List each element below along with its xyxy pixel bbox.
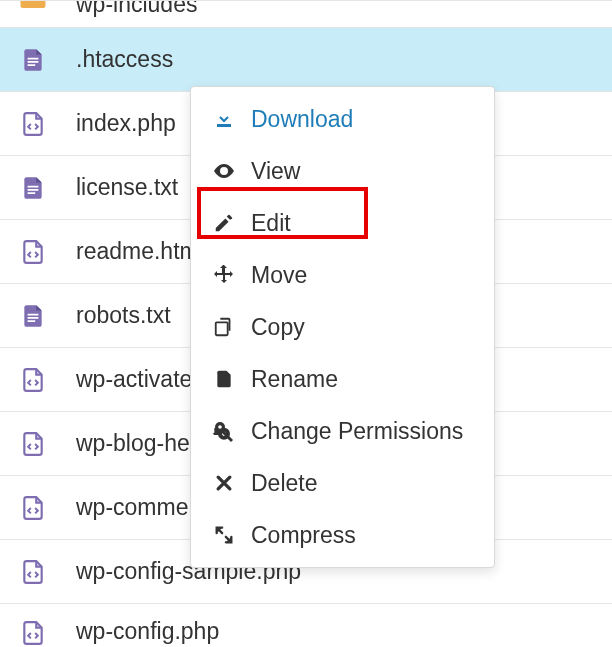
file-name: index.php — [76, 110, 176, 137]
menu-move[interactable]: Move — [191, 249, 494, 301]
code-file-icon — [18, 618, 48, 647]
menu-edit[interactable]: Edit — [191, 197, 494, 249]
menu-label: Change Permissions — [251, 418, 463, 445]
pencil-icon — [211, 210, 237, 236]
code-file-icon — [18, 237, 48, 267]
file-name: wp-includes — [76, 0, 197, 18]
move-icon — [211, 262, 237, 288]
menu-compress[interactable]: Compress — [191, 509, 494, 561]
file-name: license.txt — [76, 174, 178, 201]
document-icon — [18, 301, 48, 331]
file-name: .htaccess — [76, 46, 173, 73]
file-name: wp-config.php — [76, 618, 219, 645]
file-icon — [211, 366, 237, 392]
code-file-icon — [18, 557, 48, 587]
menu-permissions[interactable]: Change Permissions — [191, 405, 494, 457]
menu-label: Download — [251, 106, 353, 133]
download-icon — [211, 106, 237, 132]
file-row[interactable]: wp-includes — [0, 0, 612, 28]
code-file-icon — [18, 493, 48, 523]
menu-view[interactable]: View — [191, 145, 494, 197]
menu-delete[interactable]: Delete — [191, 457, 494, 509]
menu-label: Rename — [251, 366, 338, 393]
file-name: robots.txt — [76, 302, 171, 329]
context-menu: Download View Edit Move Copy Rename Chan… — [190, 86, 495, 568]
file-row[interactable]: .htaccess — [0, 28, 612, 92]
menu-label: Move — [251, 262, 307, 289]
menu-download[interactable]: Download — [191, 93, 494, 145]
document-icon — [18, 45, 48, 75]
delete-icon — [211, 470, 237, 496]
menu-label: Copy — [251, 314, 305, 341]
file-name: readme.html — [76, 238, 204, 265]
copy-icon — [211, 314, 237, 340]
file-row[interactable]: wp-config.php — [0, 604, 612, 647]
code-file-icon — [18, 109, 48, 139]
eye-icon — [211, 158, 237, 184]
document-icon — [18, 173, 48, 203]
code-file-icon — [18, 365, 48, 395]
compress-icon — [211, 522, 237, 548]
menu-label: Compress — [251, 522, 356, 549]
folder-icon — [18, 0, 48, 13]
menu-copy[interactable]: Copy — [191, 301, 494, 353]
menu-label: View — [251, 158, 300, 185]
menu-label: Delete — [251, 470, 317, 497]
key-icon — [211, 418, 237, 444]
menu-label: Edit — [251, 210, 291, 237]
code-file-icon — [18, 429, 48, 459]
menu-rename[interactable]: Rename — [191, 353, 494, 405]
